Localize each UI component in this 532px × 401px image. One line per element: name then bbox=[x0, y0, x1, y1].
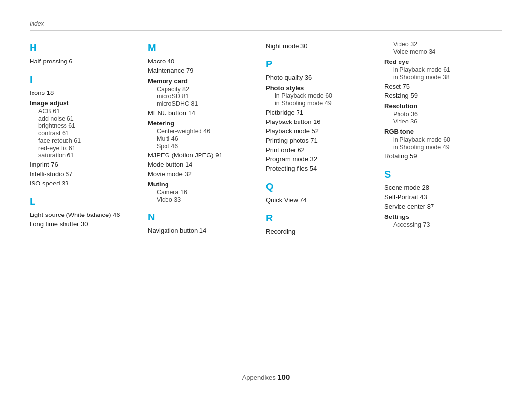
index-entry: saturation 61 bbox=[38, 152, 138, 159]
index-entry: Capacity 82 bbox=[157, 86, 256, 93]
section-letter-N: N bbox=[148, 212, 256, 223]
column-3: Video 32Voice memo 34Red-eyein Playback … bbox=[384, 40, 502, 365]
index-entry: Long time shutter 30 bbox=[30, 220, 138, 228]
section-letter-P: P bbox=[266, 59, 374, 70]
index-entry: Print order 62 bbox=[266, 146, 374, 154]
index-entry: Resolution bbox=[384, 102, 493, 110]
index-entry: in Playback mode 60 bbox=[275, 93, 374, 99]
index-entry: brightness 61 bbox=[38, 123, 138, 129]
index-entry: Photo styles bbox=[266, 84, 374, 92]
index-entry: Camera 16 bbox=[157, 189, 256, 196]
index-entry: Self-Portrait 43 bbox=[384, 193, 493, 201]
index-entry: Macro 40 bbox=[148, 58, 256, 65]
index-entry: Navigation button 14 bbox=[148, 227, 256, 234]
footer: Appendixes 100 bbox=[30, 370, 502, 381]
index-entry: Movie mode 32 bbox=[148, 170, 256, 178]
index-entry: Half-pressing 6 bbox=[30, 58, 138, 65]
index-entry: Video 36 bbox=[393, 118, 493, 125]
index-entry: Quick View 74 bbox=[266, 196, 374, 204]
index-entry: Program mode 32 bbox=[266, 155, 374, 163]
index-entry: in Playback mode 61 bbox=[393, 66, 493, 73]
footer-prefix: Appendixes bbox=[242, 374, 276, 381]
index-entry: in Shooting mode 38 bbox=[393, 74, 493, 81]
index-entry: Accessing 73 bbox=[393, 221, 493, 228]
section-letter-I: I bbox=[30, 74, 138, 85]
index-entry: ISO speed 39 bbox=[30, 180, 138, 187]
index-entry: Night mode 30 bbox=[266, 42, 374, 50]
column-0: HHalf-pressing 6IIcons 18Image adjustACB… bbox=[30, 40, 148, 365]
page: Index HHalf-pressing 6IIcons 18Image adj… bbox=[0, 0, 532, 401]
index-entry: Protecting files 54 bbox=[266, 165, 374, 172]
index-entry: Playback button 16 bbox=[266, 118, 374, 125]
index-entry: contrast 61 bbox=[38, 130, 138, 137]
index-entry: Scene mode 28 bbox=[384, 184, 493, 191]
index-entry: Red-eye bbox=[384, 58, 493, 65]
header-label: Index bbox=[30, 20, 44, 27]
index-entry: Video 33 bbox=[157, 196, 256, 203]
index-entry: Playback mode 52 bbox=[266, 127, 374, 135]
index-entry: Recording bbox=[266, 228, 374, 235]
column-1: MMacro 40Maintenance 79Memory cardCapaci… bbox=[148, 40, 266, 365]
section-letter-H: H bbox=[30, 42, 138, 54]
index-entry: MENU button 14 bbox=[148, 109, 256, 117]
index-entry: Settings bbox=[384, 213, 493, 220]
header: Index bbox=[30, 20, 502, 31]
index-entry: Video 32 bbox=[393, 41, 493, 48]
index-entry: Center-weighted 46 bbox=[157, 128, 256, 135]
index-entry: Mode button 14 bbox=[148, 161, 256, 168]
column-2: Night mode 30PPhoto quality 36Photo styl… bbox=[266, 40, 384, 365]
index-entry: Maintenance 79 bbox=[148, 67, 256, 74]
index-entry: Voice memo 34 bbox=[393, 48, 493, 55]
index-entry: MJPEG (Motion JPEG) 91 bbox=[148, 152, 256, 159]
index-entry: Memory card bbox=[148, 77, 256, 85]
index-entry: Metering bbox=[148, 120, 256, 127]
index-entry: in Shooting mode 49 bbox=[393, 144, 493, 151]
section-letter-R: R bbox=[266, 213, 374, 224]
index-entry: Image adjust bbox=[30, 99, 138, 107]
index-entry: Photo quality 36 bbox=[266, 74, 374, 81]
section-letter-Q: Q bbox=[266, 181, 374, 192]
section-letter-L: L bbox=[30, 196, 138, 207]
index-entry: Imprint 76 bbox=[30, 161, 138, 168]
index-entry: microSD 81 bbox=[157, 93, 256, 100]
index-entry: in Shooting mode 49 bbox=[275, 100, 374, 107]
index-entry: Muting bbox=[148, 181, 256, 188]
index-entry: microSDHC 81 bbox=[157, 100, 256, 107]
index-entry: Multi 46 bbox=[157, 135, 256, 142]
index-entry: Spot 46 bbox=[157, 143, 256, 150]
index-entry: Light source (White balance) 46 bbox=[30, 211, 138, 218]
index-entry: Rotating 59 bbox=[384, 153, 493, 160]
index-entry: Printing photos 71 bbox=[266, 137, 374, 144]
section-letter-S: S bbox=[384, 169, 493, 180]
section-letter-M: M bbox=[148, 42, 256, 54]
index-entry: in Playback mode 60 bbox=[393, 136, 493, 143]
index-entry: Service center 87 bbox=[384, 203, 493, 210]
index-entry: add noise 61 bbox=[38, 115, 138, 122]
index-entry: Reset 75 bbox=[384, 83, 493, 90]
index-entry: face retouch 61 bbox=[38, 137, 138, 144]
index-entry: Pictbridge 71 bbox=[266, 109, 374, 116]
footer-page: 100 bbox=[277, 373, 290, 381]
index-entry: Icons 18 bbox=[30, 89, 138, 96]
index-entry: Photo 36 bbox=[393, 111, 493, 118]
content: HHalf-pressing 6IIcons 18Image adjustACB… bbox=[30, 40, 502, 365]
index-entry: red-eye fix 61 bbox=[38, 145, 138, 152]
index-entry: Resizing 59 bbox=[384, 92, 493, 99]
index-entry: ACB 61 bbox=[38, 108, 138, 115]
index-entry: RGB tone bbox=[384, 128, 493, 135]
index-entry: Intelli-studio 67 bbox=[30, 170, 138, 178]
